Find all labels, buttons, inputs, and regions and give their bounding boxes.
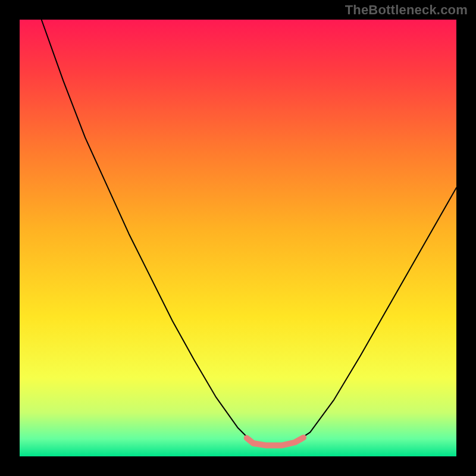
chart-frame: TheBottleneck.com — [0, 0, 476, 476]
watermark-text: TheBottleneck.com — [345, 2, 468, 18]
plot-background — [20, 20, 456, 456]
chart-canvas — [0, 0, 476, 476]
